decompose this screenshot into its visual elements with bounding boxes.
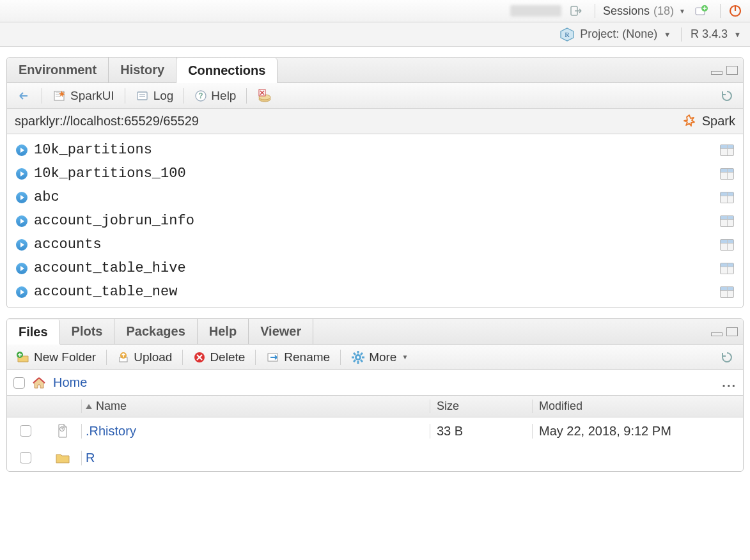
delete-button[interactable]: Delete: [189, 350, 249, 364]
sparkui-button[interactable]: SparkUI: [49, 89, 118, 103]
sessions-label[interactable]: Sessions: [603, 4, 650, 18]
expand-icon[interactable]: [16, 144, 27, 156]
header-size[interactable]: Size: [430, 400, 532, 413]
maximize-pane-button[interactable]: [726, 66, 738, 75]
gear-icon: [351, 350, 365, 364]
tab-connections[interactable]: Connections: [176, 58, 277, 83]
minimize-pane-button[interactable]: [711, 71, 723, 75]
connections-toolbar: SparkUI Log ? Help: [7, 83, 743, 109]
breadcrumb-home[interactable]: Home: [53, 375, 87, 390]
power-icon: [728, 4, 742, 18]
preview-table-icon[interactable]: [720, 263, 734, 274]
preview-table-icon[interactable]: [720, 144, 734, 156]
help-icon: ?: [194, 89, 207, 102]
tab-history[interactable]: History: [109, 58, 176, 82]
header-name[interactable]: Name: [81, 400, 430, 413]
separator: [184, 88, 184, 104]
connection-url-bar: sparklyr://localhost:65529/65529 Spark: [7, 109, 743, 134]
row-checkbox[interactable]: [20, 452, 31, 463]
spark-star-icon: [682, 114, 697, 129]
table-name: 10k_partitions: [34, 142, 152, 158]
table-row[interactable]: 10k_partitions_100: [7, 162, 743, 185]
chevron-down-icon: ▼: [402, 354, 408, 361]
table-row[interactable]: account_jobrun_info: [7, 209, 743, 233]
expand-icon[interactable]: [16, 215, 27, 227]
preview-table-icon[interactable]: [720, 168, 734, 180]
table-row[interactable]: account_table_hive: [7, 256, 743, 280]
home-icon[interactable]: [31, 376, 47, 390]
separator: [340, 350, 341, 365]
expand-icon[interactable]: [16, 263, 27, 274]
help-button[interactable]: ? Help: [191, 89, 240, 103]
select-all-checkbox[interactable]: [13, 377, 25, 389]
refresh-button[interactable]: [716, 89, 738, 103]
table-row[interactable]: 10k_partitions: [7, 138, 743, 162]
table-row[interactable]: abc: [7, 185, 743, 209]
chevron-down-icon[interactable]: ▼: [679, 8, 685, 15]
new-folder-button[interactable]: New Folder: [12, 350, 100, 364]
expand-icon[interactable]: [16, 239, 27, 251]
project-label[interactable]: Project: (None): [580, 27, 657, 41]
separator: [681, 27, 682, 42]
sign-out-button[interactable]: [565, 4, 587, 17]
expand-icon[interactable]: [16, 286, 27, 298]
row-checkbox[interactable]: [20, 425, 31, 437]
refresh-button[interactable]: [716, 350, 738, 364]
folder-icon: [44, 451, 81, 464]
svg-line-26: [354, 353, 355, 355]
global-toolbar: Sessions (18) ▼: [0, 0, 750, 22]
tab-viewer[interactable]: Viewer: [249, 319, 313, 344]
tab-environment[interactable]: Environment: [7, 58, 109, 82]
separator: [106, 350, 107, 365]
back-button[interactable]: [12, 89, 35, 102]
preview-table-icon[interactable]: [720, 215, 734, 227]
disconnect-icon: [257, 89, 272, 103]
svg-text:R: R: [565, 31, 570, 38]
file-row: .Rhistory 33 B May 22, 2018, 9:12 PM: [7, 417, 743, 444]
upload-label: Upload: [134, 350, 172, 364]
file-size: 33 B: [430, 424, 532, 439]
log-button[interactable]: Log: [132, 89, 178, 103]
new-session-icon: [694, 5, 708, 17]
table-row[interactable]: account_table_new: [7, 280, 743, 304]
rename-button[interactable]: Rename: [262, 350, 334, 364]
refresh-icon: [720, 350, 734, 364]
delete-label: Delete: [210, 350, 245, 364]
preview-table-icon[interactable]: [720, 239, 734, 251]
more-button[interactable]: More ▼: [347, 350, 413, 364]
chevron-down-icon[interactable]: ▼: [734, 31, 741, 38]
table-name: 10k_partitions_100: [34, 166, 186, 182]
tab-plots[interactable]: Plots: [60, 319, 115, 344]
table-name: account_jobrun_info: [34, 213, 194, 229]
file-name[interactable]: R: [86, 451, 95, 465]
username-blurred: [510, 5, 561, 17]
breadcrumb-more-button[interactable]: ...: [722, 375, 737, 390]
maximize-pane-button[interactable]: [726, 327, 738, 336]
quit-button[interactable]: [728, 4, 742, 18]
spark-tables-list: 10k_partitions 10k_partitions_100 abc ac…: [7, 134, 743, 307]
r-version-label[interactable]: R 3.4.3: [691, 27, 728, 41]
disconnect-button[interactable]: [253, 89, 276, 103]
file-name[interactable]: .Rhistory: [86, 424, 136, 439]
preview-table-icon[interactable]: [720, 286, 734, 298]
separator: [246, 88, 247, 104]
preview-table-icon[interactable]: [720, 192, 734, 203]
tab-packages[interactable]: Packages: [114, 319, 197, 344]
tab-files[interactable]: Files: [7, 320, 60, 345]
header-modified[interactable]: Modified: [532, 400, 743, 413]
upload-button[interactable]: Upload: [113, 350, 176, 364]
expand-icon[interactable]: [16, 192, 27, 203]
sort-asc-icon: [86, 404, 92, 409]
minimize-pane-button[interactable]: [711, 332, 723, 336]
pane-tabs: Files Plots Packages Help Viewer: [7, 319, 743, 345]
table-name: accounts: [34, 237, 102, 253]
table-row[interactable]: accounts: [7, 233, 743, 256]
sessions-count: (18): [653, 4, 674, 18]
expand-icon[interactable]: [16, 168, 27, 180]
chevron-down-icon[interactable]: ▼: [664, 31, 671, 38]
pane-tabs: Environment History Connections: [7, 58, 743, 83]
tab-help[interactable]: Help: [198, 319, 249, 344]
refresh-icon: [720, 89, 734, 103]
rstudio-cube-icon: R: [559, 27, 575, 42]
new-session-button[interactable]: [691, 5, 712, 17]
